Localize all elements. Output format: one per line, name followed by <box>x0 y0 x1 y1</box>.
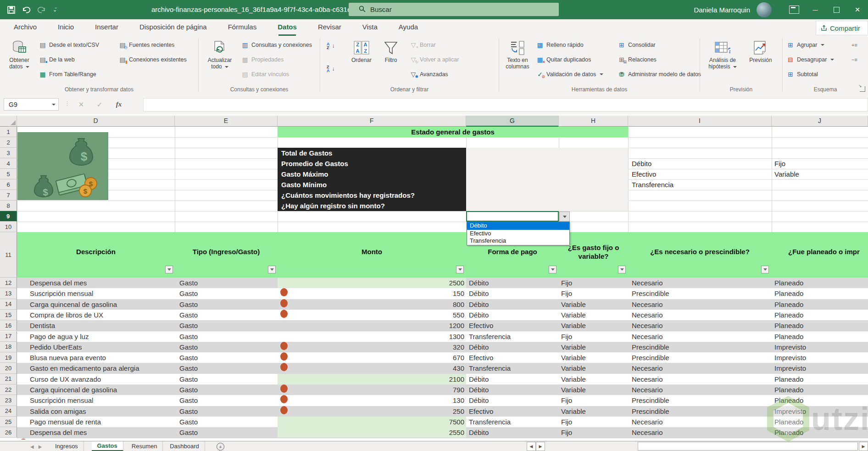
row-header-9[interactable]: 9 <box>0 211 17 222</box>
column-header-D[interactable]: D <box>17 116 175 127</box>
filter-dropdown-button[interactable] <box>456 266 464 273</box>
minimize-button[interactable]: ─ <box>805 0 826 19</box>
tab-insertar[interactable]: Insertar <box>95 19 118 36</box>
row-header-8[interactable]: 8 <box>0 200 17 211</box>
restore-button[interactable] <box>826 0 847 19</box>
close-button[interactable]: × <box>847 0 868 19</box>
row-header-20[interactable]: 20 <box>0 363 17 373</box>
row-header-25[interactable]: 25 <box>0 417 17 427</box>
row-header-1[interactable]: 1 <box>0 127 17 137</box>
relleno-rapido-button[interactable]: ▦ϟRelleno rápido <box>536 39 584 50</box>
subtotal-button[interactable]: ⊞Subtotal <box>786 69 818 80</box>
analisis-hipotesis-button[interactable]: ? Análisis de hipótesis <box>703 38 742 70</box>
sheet-tab-ingresos[interactable]: Ingresos <box>50 441 84 451</box>
sort-za-button[interactable]: ZA↓ <box>327 63 335 74</box>
row-header-17[interactable]: 17 <box>0 331 17 342</box>
row-header-19[interactable]: 19 <box>0 352 17 363</box>
relaciones-button[interactable]: ⊞⊞Relaciones <box>618 54 657 65</box>
consolidar-button[interactable]: ⊞Consolidar <box>618 39 656 50</box>
dropdown-option[interactable]: Efectivo <box>467 230 569 238</box>
de-la-web-button[interactable]: ▤●De la web <box>39 54 75 65</box>
filtro-button[interactable]: Filtro <box>379 38 403 63</box>
desde-texto-csv-button[interactable]: ▤Desde el texto/CSV <box>39 39 99 50</box>
row-header-2[interactable]: 2 <box>0 137 17 148</box>
ribbon-display-options-button[interactable] <box>784 0 805 19</box>
row-header-18[interactable]: 18 <box>0 342 17 352</box>
scroll-far-right-button[interactable]: ▶ <box>859 442 868 451</box>
share-button[interactable]: Compartir <box>816 21 868 35</box>
row-header-13[interactable]: 13 <box>0 288 17 299</box>
validation-dropdown-button[interactable] <box>559 212 570 222</box>
formula-bar-splitter[interactable]: ⋮ <box>64 100 71 107</box>
fuentes-recientes-button[interactable]: ▤◷Fuentes recientes <box>118 39 174 50</box>
row-header-7[interactable]: 7 <box>0 190 17 200</box>
row-header-16[interactable]: 16 <box>0 320 17 331</box>
column-header-H[interactable]: H <box>559 116 628 127</box>
conexiones-existentes-button[interactable]: ▤▮Conexiones existentes <box>118 54 187 65</box>
row-header-23[interactable]: 23 <box>0 395 17 406</box>
row-header-12[interactable]: 12 <box>0 278 17 288</box>
prevision-button[interactable]: Previsión <box>746 38 775 63</box>
tab-inicio[interactable]: Inicio <box>58 19 74 36</box>
texto-en-columnas-button[interactable]: Texto en columnas <box>500 38 535 70</box>
avanzadas-button[interactable]: ▽✱Avanzadas <box>409 69 448 80</box>
qat-customize-icon[interactable]: ⌄̄ <box>53 7 57 13</box>
ordenar-button[interactable]: ZAAZ Ordenar <box>344 38 379 63</box>
filter-dropdown-button[interactable] <box>761 266 769 273</box>
column-header-G[interactable]: G <box>466 116 559 127</box>
filter-dropdown-button[interactable] <box>268 266 276 273</box>
tab-revisar[interactable]: Revisar <box>318 19 341 36</box>
administrar-modelo-button[interactable]: ⛃Administrar modelo de datos <box>618 69 701 80</box>
dropdown-option[interactable]: Débito <box>467 222 569 230</box>
validacion-datos-button[interactable]: ✓⊘Validación de datos <box>536 69 603 80</box>
tab-vista[interactable]: Vista <box>362 19 378 36</box>
new-sheet-button[interactable]: + <box>217 443 224 451</box>
quitar-duplicados-button[interactable]: ▦×Quitar duplicados <box>536 54 591 65</box>
filter-dropdown-button[interactable] <box>165 266 173 273</box>
row-header-10[interactable]: 10 <box>0 222 17 232</box>
search-input[interactable]: Buscar <box>349 3 559 16</box>
row-header-4[interactable]: 4 <box>0 158 17 169</box>
tab-formulas[interactable]: Fórmulas <box>228 19 257 36</box>
scroll-left-button[interactable]: ◀ <box>527 442 536 451</box>
row-header-24[interactable]: 24 <box>0 406 17 417</box>
show-detail-button[interactable]: +≡ <box>851 39 857 50</box>
row-header-21[interactable]: 21 <box>0 374 17 384</box>
undo-icon[interactable] <box>22 6 31 14</box>
selected-cell-g9[interactable] <box>466 211 559 222</box>
scroll-right-button[interactable]: ▶ <box>536 442 545 451</box>
row-header-14[interactable]: 14 <box>0 299 17 310</box>
desagrupar-button[interactable]: ⊟Desagrupar <box>786 54 834 65</box>
sheet-nav-arrows[interactable]: ◀▶ <box>30 441 42 451</box>
column-header-F[interactable]: F <box>278 116 466 127</box>
row-header-15[interactable]: 15 <box>0 310 17 320</box>
formula-input[interactable] <box>143 98 868 111</box>
sheet-tab-dashboard[interactable]: Dashboard <box>164 441 205 451</box>
sort-az-button[interactable]: AZ↓ <box>327 40 335 51</box>
tab-disposicion[interactable]: Disposición de página <box>139 19 207 36</box>
consultas-conexiones-button[interactable]: ▥Consultas y conexiones <box>241 39 312 50</box>
row-header-22[interactable]: 22 <box>0 384 17 395</box>
save-icon[interactable] <box>7 6 15 14</box>
row-header-6[interactable]: 6 <box>0 179 17 190</box>
row-header-3[interactable]: 3 <box>0 148 17 158</box>
filter-dropdown-button[interactable] <box>618 266 626 273</box>
tab-datos[interactable]: Datos <box>278 19 297 36</box>
validation-dropdown-list[interactable]: DébitoEfectivoTransferencia <box>467 222 570 245</box>
horizontal-scrollbar[interactable] <box>545 441 868 451</box>
row-header-5[interactable]: 5 <box>0 169 17 179</box>
insert-function-button[interactable]: fx <box>111 98 127 111</box>
dropdown-option[interactable]: Transferencia <box>467 237 569 245</box>
name-box[interactable]: G9 <box>4 98 59 111</box>
filter-dropdown-button[interactable] <box>549 266 556 273</box>
from-table-range-button[interactable]: ▦From Table/Range <box>39 69 96 80</box>
hide-detail-button[interactable]: −≡ <box>851 54 857 65</box>
column-header-J[interactable]: J <box>772 116 868 127</box>
sheet-tab-gastos[interactable]: Gastos <box>92 441 123 451</box>
agrupar-button[interactable]: ⊞Agrupar <box>786 39 824 50</box>
row-header-11[interactable]: 11 <box>0 232 17 278</box>
obtener-datos-button[interactable]: Obtener datos <box>2 38 37 70</box>
sheet-tab-resumen[interactable]: Resumen <box>126 441 163 451</box>
column-header-E[interactable]: E <box>175 116 278 127</box>
tab-ayuda[interactable]: Ayuda <box>399 19 418 36</box>
